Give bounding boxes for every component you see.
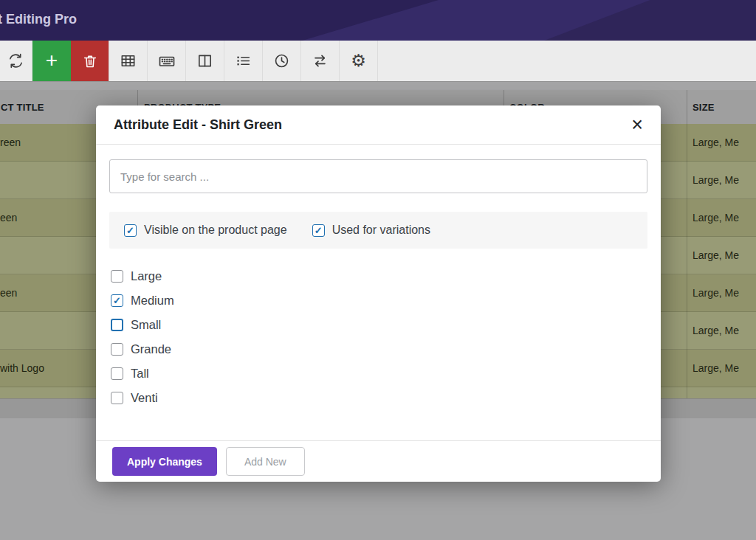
term-label: Large xyxy=(131,269,162,283)
gear-icon: ⚙ xyxy=(351,52,366,69)
admin-topbar: t Editing Pro xyxy=(0,0,756,41)
option-visible-on-product-page[interactable]: Visible on the product page xyxy=(124,224,287,237)
keyboard-icon xyxy=(158,52,176,70)
checkbox[interactable] xyxy=(312,224,325,237)
term-label: Medium xyxy=(131,294,174,308)
attribute-options-bar: Visible on the product page Used for var… xyxy=(109,212,647,249)
modal-title: Attribute Edit - Shirt Green xyxy=(114,117,282,133)
checkbox[interactable] xyxy=(111,392,123,404)
apply-changes-button[interactable]: Apply Changes xyxy=(112,447,217,476)
sync-button[interactable] xyxy=(301,41,340,81)
attribute-term-venti[interactable]: Venti xyxy=(111,386,647,410)
checkbox[interactable] xyxy=(111,294,123,307)
attribute-search-input[interactable] xyxy=(109,159,647,193)
checkbox[interactable] xyxy=(111,343,123,356)
add-product-button[interactable]: + xyxy=(32,41,71,81)
plugin-title: t Editing Pro xyxy=(0,12,77,27)
term-label: Small xyxy=(131,318,161,332)
table-icon xyxy=(120,52,137,69)
term-label: Tall xyxy=(131,367,149,381)
checkbox[interactable] xyxy=(111,270,123,283)
attribute-term-grande[interactable]: Grande xyxy=(111,337,647,361)
attribute-term-medium[interactable]: Medium xyxy=(111,288,647,313)
attribute-term-list: Large Medium Small Grande Tall xyxy=(109,264,647,410)
list-icon xyxy=(235,52,252,69)
option-label: Visible on the product page xyxy=(144,224,287,237)
refresh-icon xyxy=(7,52,24,69)
add-new-button[interactable]: Add New xyxy=(226,447,305,476)
attribute-term-large[interactable]: Large xyxy=(111,264,647,288)
clock-icon xyxy=(273,52,290,69)
keyboard-button[interactable] xyxy=(148,41,186,81)
term-label: Venti xyxy=(131,391,158,405)
option-label: Used for variations xyxy=(332,224,430,237)
delete-button[interactable] xyxy=(71,41,109,81)
close-button[interactable]: × xyxy=(630,115,645,135)
sync-icon xyxy=(312,52,329,69)
checkbox[interactable] xyxy=(124,224,137,237)
attribute-term-tall[interactable]: Tall xyxy=(111,361,647,386)
modal-footer: Apply Changes Add New xyxy=(96,440,661,482)
columns-icon xyxy=(196,52,213,69)
checkbox[interactable] xyxy=(111,367,123,380)
toolbar: + xyxy=(0,41,756,82)
history-button[interactable] xyxy=(263,41,301,81)
list-button[interactable] xyxy=(224,41,263,81)
app-root: t Editing Pro + xyxy=(0,0,756,540)
table-view-button[interactable] xyxy=(109,41,148,81)
checkbox[interactable] xyxy=(111,319,123,331)
refresh-button[interactable] xyxy=(0,41,32,81)
attribute-term-small[interactable]: Small xyxy=(111,313,647,337)
columns-button[interactable] xyxy=(186,41,224,81)
option-used-for-variations[interactable]: Used for variations xyxy=(312,224,430,237)
term-label: Grande xyxy=(131,342,171,356)
modal-body: Visible on the product page Used for var… xyxy=(96,145,661,410)
settings-button[interactable]: ⚙ xyxy=(340,41,378,81)
trash-icon xyxy=(82,53,98,69)
modal-header: Attribute Edit - Shirt Green × xyxy=(96,105,661,145)
attribute-edit-modal: Attribute Edit - Shirt Green × Visible o… xyxy=(96,105,661,482)
plus-icon: + xyxy=(46,50,58,71)
